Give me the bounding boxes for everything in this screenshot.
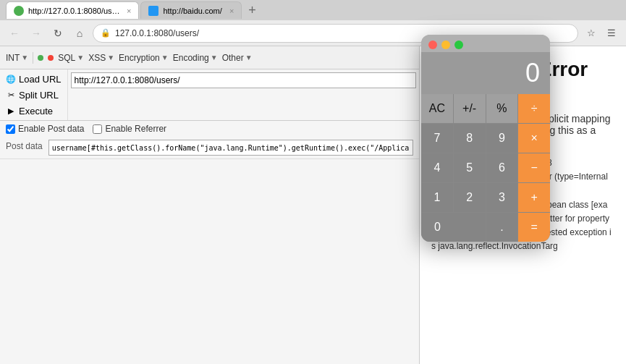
toolbar-sql[interactable]: SQL ▼ <box>58 53 84 63</box>
calc-3-button[interactable]: 3 <box>486 183 518 212</box>
split-url-label: Split URL <box>19 90 59 101</box>
execute-icon: ▶ <box>6 106 16 116</box>
tab-active[interactable]: http://127.0.0.1:8080/users/ × <box>6 1 139 19</box>
calc-display-value: 0 <box>525 58 540 88</box>
calc-minimize-button[interactable] <box>441 41 450 49</box>
tab-url-1: http://127.0.0.1:8080/users/ <box>28 7 122 15</box>
enable-referrer-checkbox[interactable]: Enable Referrer <box>93 124 166 134</box>
enable-post-data-input[interactable] <box>6 124 15 134</box>
load-url-button[interactable]: 🌐 Load URL <box>0 71 67 87</box>
toolbar-encryption[interactable]: Encryption ▼ <box>119 53 169 63</box>
calc-0-button[interactable]: 0 <box>421 213 486 242</box>
enable-post-data-checkbox[interactable]: Enable Post data <box>6 124 84 134</box>
load-url-icon: 🌐 <box>6 74 16 84</box>
calc-buttons: AC +/- % ÷ 7 8 9 × 4 5 6 − 1 2 3 + 0 . = <box>421 94 550 242</box>
calc-divide-button[interactable]: ÷ <box>518 94 550 123</box>
toolbar-int-arrow: ▼ <box>21 54 28 62</box>
post-data-input[interactable] <box>48 140 413 156</box>
toolbar-encoding[interactable]: Encoding ▼ <box>173 53 218 63</box>
calc-dot-button[interactable]: . <box>486 213 518 242</box>
toolbar-int[interactable]: INT ▼ <box>6 53 28 63</box>
post-data-label: Post data <box>6 140 43 151</box>
enable-referrer-label: Enable Referrer <box>105 124 166 134</box>
calc-9-button[interactable]: 9 <box>486 124 518 153</box>
calc-5-button[interactable]: 5 <box>454 153 486 182</box>
calc-titlebar <box>421 35 550 52</box>
tab-bar: http://127.0.0.1:8080/users/ × http://ba… <box>0 0 626 20</box>
tab-close-2[interactable]: × <box>229 7 234 15</box>
tab-close-1[interactable]: × <box>127 7 131 15</box>
toolbar-encoding-label: Encoding <box>173 53 209 63</box>
url-input[interactable] <box>71 72 416 88</box>
toolbar-xss-arrow: ▼ <box>107 54 114 62</box>
toolbar-sql-label: SQL <box>58 53 75 63</box>
toolbar-encoding-arrow: ▼ <box>211 54 218 62</box>
calculator: 0 AC +/- % ÷ 7 8 9 × 4 5 6 − 1 2 3 + 0 .… <box>421 35 550 242</box>
url-text: 127.0.0.1:8080/users/ <box>115 28 199 38</box>
enable-referrer-input[interactable] <box>93 124 102 134</box>
reload-button[interactable]: ↻ <box>49 25 67 42</box>
action-buttons: 🌐 Load URL ✂ Split URL ▶ Execute <box>0 69 68 120</box>
enable-post-data-label: Enable Post data <box>18 124 84 134</box>
url-input-section <box>68 69 419 91</box>
separator-1 <box>33 52 33 64</box>
toolbar-int-label: INT <box>6 53 20 63</box>
action-section: 🌐 Load URL ✂ Split URL ▶ Execute <box>0 69 419 121</box>
new-tab-button[interactable]: + <box>243 1 261 19</box>
toolbar-encryption-arrow: ▼ <box>161 54 169 62</box>
toolbar-other-label: Other <box>222 53 244 63</box>
calc-1-button[interactable]: 1 <box>421 183 453 212</box>
lock-icon: 🔒 <box>101 28 111 38</box>
split-url-button[interactable]: ✂ Split URL <box>0 87 67 103</box>
tab-favicon-1 <box>14 6 24 16</box>
back-button[interactable]: ← <box>6 25 23 42</box>
toolbar-encryption-label: Encryption <box>119 53 160 63</box>
tab-url-2: http://baidu.com/ <box>163 7 221 15</box>
calc-close-button[interactable] <box>428 41 437 49</box>
bookmark-icon[interactable]: ☆ <box>583 25 600 42</box>
calc-4-button[interactable]: 4 <box>421 153 453 182</box>
toolbar-xss[interactable]: XSS ▼ <box>88 53 114 63</box>
status-dot-red <box>48 55 54 61</box>
calc-6-button[interactable]: 6 <box>486 153 518 182</box>
toolbar-other-arrow: ▼ <box>245 54 253 62</box>
load-url-label: Load URL <box>19 74 62 85</box>
toolbar-xss-label: XSS <box>88 53 106 63</box>
calc-multiply-button[interactable]: × <box>518 124 550 153</box>
calc-2-button[interactable]: 2 <box>454 183 486 212</box>
home-button[interactable]: ⌂ <box>71 25 88 42</box>
tab-favicon-2 <box>148 6 158 16</box>
calc-display: 0 <box>421 52 550 94</box>
calc-percent-button[interactable]: % <box>486 94 518 123</box>
post-data-section: Post data <box>0 137 419 159</box>
calc-minus-button[interactable]: − <box>518 153 550 182</box>
calc-plus-button[interactable]: + <box>518 183 550 212</box>
calc-equals-button[interactable]: = <box>518 213 550 242</box>
calc-8-button[interactable]: 8 <box>454 124 486 153</box>
calc-ac-button[interactable]: AC <box>421 94 453 123</box>
calc-7-button[interactable]: 7 <box>421 124 453 153</box>
settings-icon[interactable]: ☰ <box>603 25 620 42</box>
toolbar-other[interactable]: Other ▼ <box>222 53 253 63</box>
tab-inactive[interactable]: http://baidu.com/ × <box>140 1 242 19</box>
nav-right: ☆ ☰ <box>583 25 620 42</box>
calc-sign-button[interactable]: +/- <box>454 94 486 123</box>
checkbox-section: Enable Post data Enable Referrer <box>0 121 419 137</box>
status-dot-green <box>38 55 43 61</box>
tool-panel: INT ▼ SQL ▼ XSS ▼ Encryption ▼ <box>0 46 420 364</box>
split-url-icon: ✂ <box>6 90 16 100</box>
forward-button[interactable]: → <box>28 25 45 42</box>
calc-maximize-button[interactable] <box>454 41 463 49</box>
toolbar: INT ▼ SQL ▼ XSS ▼ Encryption ▼ <box>0 46 419 69</box>
toolbar-sql-arrow: ▼ <box>77 54 84 62</box>
execute-label: Execute <box>19 106 53 117</box>
execute-button[interactable]: ▶ Execute <box>0 103 67 119</box>
